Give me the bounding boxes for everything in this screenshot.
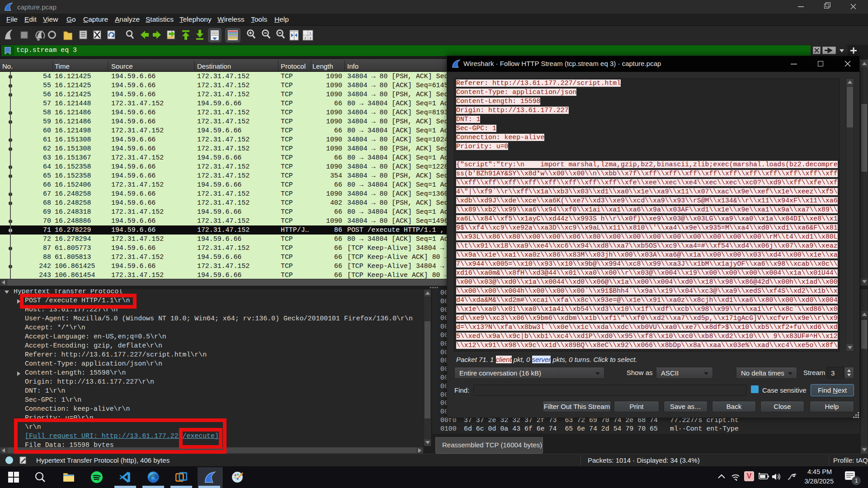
svg-text:1: 1 bbox=[309, 31, 311, 35]
svg-text:3: 3 bbox=[309, 36, 311, 40]
svg-text:2: 2 bbox=[304, 36, 307, 40]
